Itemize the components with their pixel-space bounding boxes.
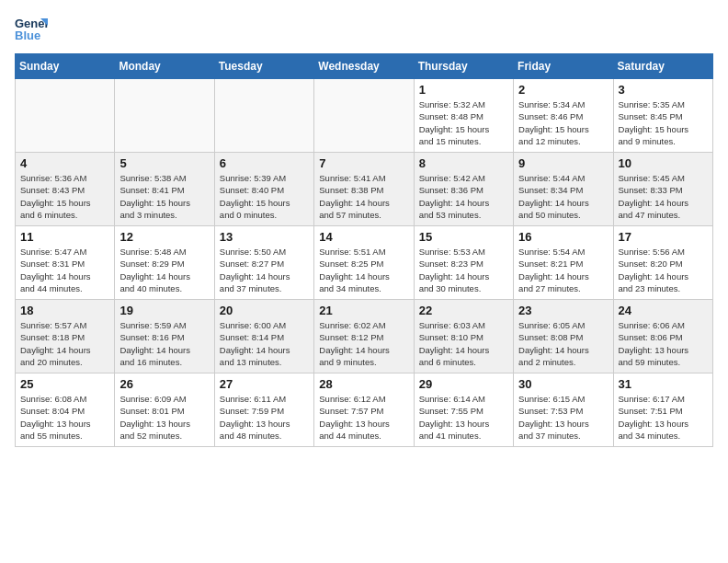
calendar-cell	[214, 79, 313, 153]
day-number: 8	[419, 156, 508, 170]
day-number: 17	[619, 230, 708, 244]
day-number: 18	[20, 304, 109, 317]
calendar-cell: 28Sunrise: 6:12 AM Sunset: 7:57 PM Dayli…	[314, 373, 414, 447]
day-info: Sunrise: 6:15 AM Sunset: 7:53 PM Dayligh…	[518, 393, 608, 442]
day-info: Sunrise: 5:42 AM Sunset: 8:36 PM Dayligh…	[419, 172, 508, 221]
day-info: Sunrise: 5:39 AM Sunset: 8:40 PM Dayligh…	[220, 172, 309, 221]
calendar-cell	[115, 79, 214, 153]
day-number: 27	[220, 377, 309, 391]
day-info: Sunrise: 5:50 AM Sunset: 8:27 PM Dayligh…	[220, 246, 309, 294]
calendar-header-row: SundayMondayTuesdayWednesdayThursdayFrid…	[16, 54, 713, 79]
day-number: 28	[319, 377, 408, 391]
day-info: Sunrise: 6:14 AM Sunset: 7:55 PM Dayligh…	[419, 393, 508, 442]
calendar-cell: 18Sunrise: 5:57 AM Sunset: 8:18 PM Dayli…	[16, 300, 115, 373]
day-info: Sunrise: 6:03 AM Sunset: 8:10 PM Dayligh…	[419, 319, 508, 368]
calendar-cell: 30Sunrise: 6:15 AM Sunset: 7:53 PM Dayli…	[514, 373, 613, 447]
col-header-sunday: Sunday	[16, 54, 115, 79]
calendar-cell: 19Sunrise: 5:59 AM Sunset: 8:16 PM Dayli…	[115, 300, 214, 373]
calendar-cell: 14Sunrise: 5:51 AM Sunset: 8:25 PM Dayli…	[314, 226, 414, 300]
calendar-cell	[16, 79, 115, 153]
day-number: 23	[518, 304, 608, 317]
day-info: Sunrise: 6:02 AM Sunset: 8:12 PM Dayligh…	[319, 319, 408, 368]
day-number: 25	[20, 377, 109, 391]
day-info: Sunrise: 6:11 AM Sunset: 7:59 PM Dayligh…	[220, 393, 309, 442]
day-number: 29	[419, 377, 508, 391]
day-info: Sunrise: 5:35 AM Sunset: 8:45 PM Dayligh…	[619, 98, 708, 147]
calendar-cell: 8Sunrise: 5:42 AM Sunset: 8:36 PM Daylig…	[414, 153, 513, 226]
day-info: Sunrise: 5:51 AM Sunset: 8:25 PM Dayligh…	[319, 246, 408, 294]
calendar-cell: 29Sunrise: 6:14 AM Sunset: 7:55 PM Dayli…	[414, 373, 513, 447]
calendar-week-4: 18Sunrise: 5:57 AM Sunset: 8:18 PM Dayli…	[16, 300, 713, 373]
page-header: General Blue	[15, 15, 713, 42]
calendar-week-5: 25Sunrise: 6:08 AM Sunset: 8:04 PM Dayli…	[16, 373, 713, 447]
day-number: 30	[518, 377, 608, 391]
calendar-cell: 1Sunrise: 5:32 AM Sunset: 8:48 PM Daylig…	[414, 79, 513, 153]
logo: General Blue	[15, 15, 51, 42]
day-info: Sunrise: 5:57 AM Sunset: 8:18 PM Dayligh…	[20, 319, 109, 368]
calendar-week-3: 11Sunrise: 5:47 AM Sunset: 8:31 PM Dayli…	[16, 226, 713, 300]
calendar-cell: 24Sunrise: 6:06 AM Sunset: 8:06 PM Dayli…	[613, 300, 712, 373]
day-info: Sunrise: 6:05 AM Sunset: 8:08 PM Dayligh…	[518, 319, 608, 368]
logo-icon: General Blue	[15, 15, 48, 42]
day-number: 26	[119, 377, 209, 391]
day-number: 20	[220, 304, 309, 317]
day-number: 14	[319, 230, 408, 244]
day-info: Sunrise: 5:44 AM Sunset: 8:34 PM Dayligh…	[518, 172, 608, 221]
calendar-cell: 10Sunrise: 5:45 AM Sunset: 8:33 PM Dayli…	[613, 153, 712, 226]
calendar-cell: 27Sunrise: 6:11 AM Sunset: 7:59 PM Dayli…	[214, 373, 313, 447]
day-number: 13	[220, 230, 309, 244]
calendar-cell: 22Sunrise: 6:03 AM Sunset: 8:10 PM Dayli…	[414, 300, 513, 373]
day-info: Sunrise: 5:41 AM Sunset: 8:38 PM Dayligh…	[319, 172, 408, 221]
calendar-week-2: 4Sunrise: 5:36 AM Sunset: 8:43 PM Daylig…	[16, 153, 713, 226]
day-info: Sunrise: 6:08 AM Sunset: 8:04 PM Dayligh…	[20, 393, 109, 442]
day-number: 21	[319, 304, 408, 317]
day-info: Sunrise: 5:48 AM Sunset: 8:29 PM Dayligh…	[119, 246, 209, 294]
col-header-wednesday: Wednesday	[314, 54, 414, 79]
day-number: 15	[419, 230, 508, 244]
col-header-monday: Monday	[115, 54, 214, 79]
day-number: 1	[419, 83, 508, 97]
day-info: Sunrise: 6:17 AM Sunset: 7:51 PM Dayligh…	[619, 393, 708, 442]
day-number: 11	[20, 230, 109, 244]
calendar-cell: 31Sunrise: 6:17 AM Sunset: 7:51 PM Dayli…	[613, 373, 712, 447]
calendar-cell: 3Sunrise: 5:35 AM Sunset: 8:45 PM Daylig…	[613, 79, 712, 153]
calendar-cell: 25Sunrise: 6:08 AM Sunset: 8:04 PM Dayli…	[16, 373, 115, 447]
day-info: Sunrise: 5:53 AM Sunset: 8:23 PM Dayligh…	[419, 246, 508, 294]
calendar-cell: 6Sunrise: 5:39 AM Sunset: 8:40 PM Daylig…	[214, 153, 313, 226]
svg-text:Blue: Blue	[15, 29, 40, 42]
calendar-cell: 5Sunrise: 5:38 AM Sunset: 8:41 PM Daylig…	[115, 153, 214, 226]
day-number: 31	[619, 377, 708, 391]
day-info: Sunrise: 6:00 AM Sunset: 8:14 PM Dayligh…	[220, 319, 309, 368]
col-header-tuesday: Tuesday	[214, 54, 313, 79]
calendar-cell: 26Sunrise: 6:09 AM Sunset: 8:01 PM Dayli…	[115, 373, 214, 447]
col-header-thursday: Thursday	[414, 54, 513, 79]
day-number: 6	[220, 156, 309, 170]
calendar-cell	[314, 79, 414, 153]
day-number: 3	[619, 83, 708, 97]
day-info: Sunrise: 5:34 AM Sunset: 8:46 PM Dayligh…	[518, 98, 608, 147]
calendar-cell: 17Sunrise: 5:56 AM Sunset: 8:20 PM Dayli…	[613, 226, 712, 300]
day-info: Sunrise: 5:59 AM Sunset: 8:16 PM Dayligh…	[119, 319, 209, 368]
calendar-cell: 2Sunrise: 5:34 AM Sunset: 8:46 PM Daylig…	[514, 79, 613, 153]
calendar-week-1: 1Sunrise: 5:32 AM Sunset: 8:48 PM Daylig…	[16, 79, 713, 153]
day-info: Sunrise: 5:32 AM Sunset: 8:48 PM Dayligh…	[419, 98, 508, 147]
day-number: 24	[619, 304, 708, 317]
day-info: Sunrise: 5:36 AM Sunset: 8:43 PM Dayligh…	[20, 172, 109, 221]
day-info: Sunrise: 5:45 AM Sunset: 8:33 PM Dayligh…	[619, 172, 708, 221]
day-info: Sunrise: 6:06 AM Sunset: 8:06 PM Dayligh…	[619, 319, 708, 368]
calendar-cell: 7Sunrise: 5:41 AM Sunset: 8:38 PM Daylig…	[314, 153, 414, 226]
day-info: Sunrise: 5:54 AM Sunset: 8:21 PM Dayligh…	[518, 246, 608, 294]
day-number: 19	[119, 304, 209, 317]
calendar-table: SundayMondayTuesdayWednesdayThursdayFrid…	[15, 53, 713, 447]
calendar-cell: 11Sunrise: 5:47 AM Sunset: 8:31 PM Dayli…	[16, 226, 115, 300]
day-number: 7	[319, 156, 408, 170]
day-number: 22	[419, 304, 508, 317]
calendar-cell: 20Sunrise: 6:00 AM Sunset: 8:14 PM Dayli…	[214, 300, 313, 373]
day-info: Sunrise: 6:12 AM Sunset: 7:57 PM Dayligh…	[319, 393, 408, 442]
calendar-cell: 15Sunrise: 5:53 AM Sunset: 8:23 PM Dayli…	[414, 226, 513, 300]
calendar-cell: 21Sunrise: 6:02 AM Sunset: 8:12 PM Dayli…	[314, 300, 414, 373]
calendar-cell: 16Sunrise: 5:54 AM Sunset: 8:21 PM Dayli…	[514, 226, 613, 300]
day-number: 2	[518, 83, 608, 97]
day-number: 9	[518, 156, 608, 170]
calendar-cell: 4Sunrise: 5:36 AM Sunset: 8:43 PM Daylig…	[16, 153, 115, 226]
